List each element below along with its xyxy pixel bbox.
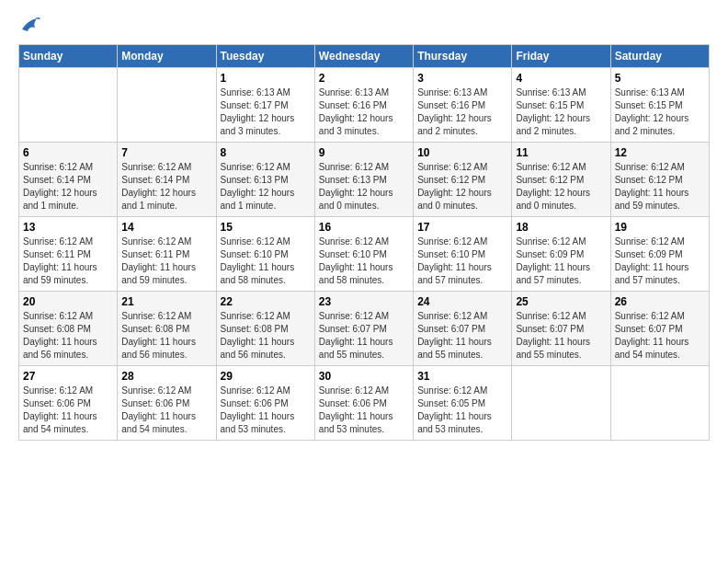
calendar-day-cell: 14Sunrise: 6:12 AMSunset: 6:11 PMDayligh… [118,217,216,292]
day-info: Sunrise: 6:12 AMSunset: 6:09 PMDaylight:… [516,236,606,287]
calendar-day-cell: 30Sunrise: 6:12 AMSunset: 6:06 PMDayligh… [314,366,413,441]
calendar-day-cell: 19Sunrise: 6:12 AMSunset: 6:09 PMDayligh… [610,217,709,292]
calendar-day-cell: 13Sunrise: 6:12 AMSunset: 6:11 PMDayligh… [19,217,118,292]
day-info: Sunrise: 6:12 AMSunset: 6:10 PMDaylight:… [221,236,311,287]
weekday-header: Saturday [610,45,709,68]
day-number: 15 [221,221,311,234]
weekday-header: Wednesday [314,45,413,68]
day-number: 7 [121,146,211,159]
calendar-day-cell: 27Sunrise: 6:12 AMSunset: 6:06 PMDayligh… [19,366,118,441]
day-number: 4 [516,72,606,85]
day-number: 27 [23,370,113,383]
day-info: Sunrise: 6:12 AMSunset: 6:12 PMDaylight:… [516,161,606,213]
day-number: 26 [615,295,705,308]
day-number: 30 [319,370,409,383]
weekday-header: Thursday [414,45,512,68]
day-info: Sunrise: 6:12 AMSunset: 6:06 PMDaylight:… [221,385,311,436]
page-header [18,18,710,35]
day-info: Sunrise: 6:12 AMSunset: 6:13 PMDaylight:… [221,161,311,213]
day-number: 25 [516,295,606,308]
calendar-day-cell: 9Sunrise: 6:12 AMSunset: 6:13 PMDaylight… [314,143,413,217]
day-info: Sunrise: 6:12 AMSunset: 6:05 PMDaylight:… [417,385,507,436]
weekday-header: Tuesday [216,45,314,68]
day-info: Sunrise: 6:12 AMSunset: 6:07 PMDaylight:… [615,310,705,362]
calendar-day-cell [118,68,216,143]
calendar-day-cell: 6Sunrise: 6:12 AMSunset: 6:14 PMDaylight… [19,143,118,217]
day-info: Sunrise: 6:12 AMSunset: 6:11 PMDaylight:… [121,236,211,287]
day-number: 8 [221,146,311,159]
day-info: Sunrise: 6:12 AMSunset: 6:08 PMDaylight:… [221,310,311,362]
day-info: Sunrise: 6:12 AMSunset: 6:12 PMDaylight:… [417,161,507,213]
calendar-day-cell [512,366,610,441]
day-info: Sunrise: 6:13 AMSunset: 6:15 PMDaylight:… [615,86,705,138]
logo [18,18,40,35]
calendar-day-cell: 8Sunrise: 6:12 AMSunset: 6:13 PMDaylight… [216,143,314,217]
day-number: 18 [516,221,606,234]
calendar-day-cell: 2Sunrise: 6:13 AMSunset: 6:16 PMDaylight… [314,68,413,143]
calendar-day-cell: 29Sunrise: 6:12 AMSunset: 6:06 PMDayligh… [216,366,314,441]
day-info: Sunrise: 6:12 AMSunset: 6:07 PMDaylight:… [516,310,606,362]
day-number: 10 [417,146,507,159]
day-info: Sunrise: 6:12 AMSunset: 6:14 PMDaylight:… [23,161,113,213]
calendar-day-cell: 24Sunrise: 6:12 AMSunset: 6:07 PMDayligh… [414,292,512,366]
logo-bird-icon [20,17,40,35]
day-number: 28 [121,370,211,383]
calendar-day-cell: 23Sunrise: 6:12 AMSunset: 6:07 PMDayligh… [314,292,413,366]
calendar-day-cell: 22Sunrise: 6:12 AMSunset: 6:08 PMDayligh… [216,292,314,366]
calendar-day-cell: 31Sunrise: 6:12 AMSunset: 6:05 PMDayligh… [414,366,512,441]
day-info: Sunrise: 6:12 AMSunset: 6:09 PMDaylight:… [615,236,705,287]
weekday-header: Sunday [19,45,118,68]
day-number: 1 [221,72,311,85]
calendar-table: SundayMondayTuesdayWednesdayThursdayFrid… [18,44,710,441]
calendar-day-cell: 7Sunrise: 6:12 AMSunset: 6:14 PMDaylight… [118,143,216,217]
calendar-day-cell: 26Sunrise: 6:12 AMSunset: 6:07 PMDayligh… [610,292,709,366]
calendar-day-cell: 1Sunrise: 6:13 AMSunset: 6:17 PMDaylight… [216,68,314,143]
calendar-header-row: SundayMondayTuesdayWednesdayThursdayFrid… [19,45,710,68]
day-number: 17 [417,221,507,234]
calendar-day-cell: 4Sunrise: 6:13 AMSunset: 6:15 PMDaylight… [512,68,610,143]
day-number: 21 [121,295,211,308]
calendar-day-cell: 18Sunrise: 6:12 AMSunset: 6:09 PMDayligh… [512,217,610,292]
day-info: Sunrise: 6:12 AMSunset: 6:10 PMDaylight:… [417,236,507,287]
day-number: 29 [221,370,311,383]
day-info: Sunrise: 6:12 AMSunset: 6:10 PMDaylight:… [319,236,409,287]
calendar-day-cell: 16Sunrise: 6:12 AMSunset: 6:10 PMDayligh… [314,217,413,292]
calendar-day-cell: 17Sunrise: 6:12 AMSunset: 6:10 PMDayligh… [414,217,512,292]
calendar-day-cell: 28Sunrise: 6:12 AMSunset: 6:06 PMDayligh… [118,366,216,441]
day-number: 2 [319,72,409,85]
day-number: 6 [23,146,113,159]
day-info: Sunrise: 6:12 AMSunset: 6:06 PMDaylight:… [319,385,409,436]
day-info: Sunrise: 6:12 AMSunset: 6:06 PMDaylight:… [23,385,113,436]
calendar-week-row: 20Sunrise: 6:12 AMSunset: 6:08 PMDayligh… [19,292,710,366]
day-info: Sunrise: 6:13 AMSunset: 6:16 PMDaylight:… [417,86,507,138]
day-info: Sunrise: 6:13 AMSunset: 6:17 PMDaylight:… [221,86,311,138]
day-number: 12 [615,146,705,159]
day-number: 5 [615,72,705,85]
day-info: Sunrise: 6:12 AMSunset: 6:11 PMDaylight:… [23,236,113,287]
calendar-day-cell: 12Sunrise: 6:12 AMSunset: 6:12 PMDayligh… [610,143,709,217]
day-info: Sunrise: 6:12 AMSunset: 6:08 PMDaylight:… [23,310,113,362]
calendar-day-cell: 5Sunrise: 6:13 AMSunset: 6:15 PMDaylight… [610,68,709,143]
day-info: Sunrise: 6:12 AMSunset: 6:12 PMDaylight:… [615,161,705,213]
day-number: 23 [319,295,409,308]
calendar-day-cell: 20Sunrise: 6:12 AMSunset: 6:08 PMDayligh… [19,292,118,366]
calendar-day-cell: 15Sunrise: 6:12 AMSunset: 6:10 PMDayligh… [216,217,314,292]
day-info: Sunrise: 6:12 AMSunset: 6:07 PMDaylight:… [417,310,507,362]
day-info: Sunrise: 6:12 AMSunset: 6:07 PMDaylight:… [319,310,409,362]
day-number: 16 [319,221,409,234]
calendar-day-cell [19,68,118,143]
day-number: 24 [417,295,507,308]
calendar-day-cell: 11Sunrise: 6:12 AMSunset: 6:12 PMDayligh… [512,143,610,217]
calendar-week-row: 1Sunrise: 6:13 AMSunset: 6:17 PMDaylight… [19,68,710,143]
day-info: Sunrise: 6:12 AMSunset: 6:08 PMDaylight:… [121,310,211,362]
day-number: 20 [23,295,113,308]
calendar-week-row: 13Sunrise: 6:12 AMSunset: 6:11 PMDayligh… [19,217,710,292]
calendar-week-row: 6Sunrise: 6:12 AMSunset: 6:14 PMDaylight… [19,143,710,217]
day-info: Sunrise: 6:12 AMSunset: 6:14 PMDaylight:… [121,161,211,213]
day-number: 13 [23,221,113,234]
day-info: Sunrise: 6:13 AMSunset: 6:15 PMDaylight:… [516,86,606,138]
day-number: 3 [417,72,507,85]
day-number: 14 [121,221,211,234]
calendar-day-cell: 21Sunrise: 6:12 AMSunset: 6:08 PMDayligh… [118,292,216,366]
day-number: 19 [615,221,705,234]
